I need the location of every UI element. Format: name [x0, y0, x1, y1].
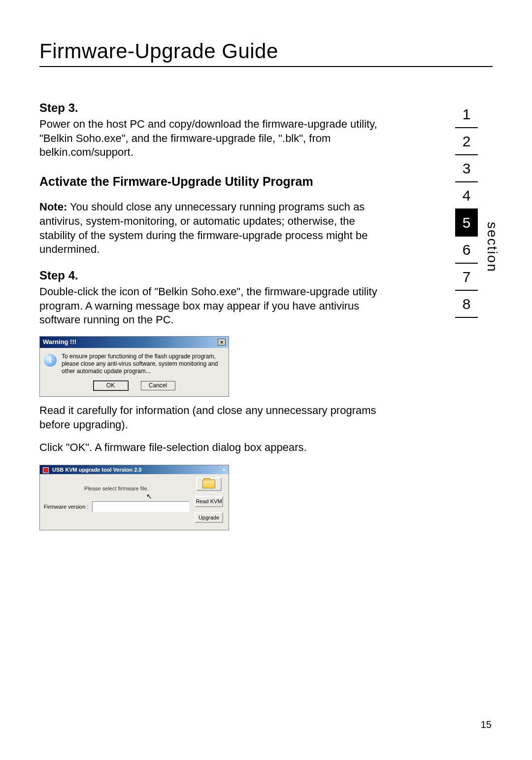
app-icon: [43, 467, 49, 473]
warning-title: Warning !!!: [43, 338, 76, 346]
section-nav-8[interactable]: 8: [455, 291, 478, 318]
section-nav-5[interactable]: 5: [455, 209, 478, 237]
warning-titlebar: Warning !!! ×: [40, 337, 229, 348]
section-nav-7[interactable]: 7: [455, 264, 478, 291]
firmware-version-field[interactable]: ↖: [92, 501, 189, 512]
step4-text: Double-click the icon of "Belkin Soho.ex…: [39, 285, 379, 327]
folder-icon: [202, 480, 215, 488]
browse-button[interactable]: [196, 477, 222, 491]
kvm-title: USB KVM upgrade tool Version 2.0: [52, 467, 142, 473]
activate-heading: Activate the Firmware-Upgrade Utility Pr…: [39, 173, 379, 190]
close-icon[interactable]: ×: [223, 466, 226, 473]
section-nav-1[interactable]: 1: [455, 101, 478, 128]
warning-message: To ensure proper functioning of the flas…: [62, 353, 225, 375]
info-icon: i: [44, 354, 57, 367]
section-label: section: [484, 222, 500, 273]
kvm-prompt: Please select firmware file.: [44, 477, 189, 501]
step3-text: Power on the host PC and copy/download t…: [39, 117, 379, 160]
warning-dialog: Warning !!! × i To ensure proper functio…: [39, 336, 229, 397]
firmware-version-label: Firmware version :: [44, 503, 88, 510]
step4-heading: Step 4.: [39, 268, 379, 283]
close-icon[interactable]: ×: [218, 339, 226, 345]
note-text: You should close any unnecessary running…: [39, 201, 367, 255]
ok-button[interactable]: OK: [94, 381, 128, 391]
section-nav-3[interactable]: 3: [455, 155, 478, 182]
note-label: Note:: [39, 201, 67, 213]
section-nav-2[interactable]: 2: [455, 128, 478, 155]
step3-heading: Step 3.: [39, 100, 379, 115]
upgrade-button[interactable]: Upgrade: [195, 512, 223, 523]
after-warning-text: Read it carefully for information (and c…: [39, 404, 379, 432]
section-nav: 1 2 3 4 5 6 7 8: [455, 101, 478, 318]
cancel-button[interactable]: Cancel: [141, 381, 175, 391]
note-paragraph: Note: You should close any unnecessary r…: [39, 200, 379, 256]
section-nav-4[interactable]: 4: [455, 182, 478, 209]
section-nav-6[interactable]: 6: [455, 237, 478, 264]
page-title: Firmware-Upgrade Guide: [39, 39, 493, 67]
kvm-titlebar: USB KVM upgrade tool Version 2.0 ×: [40, 465, 229, 474]
click-ok-text: Click "OK". A firmware file-selection di…: [39, 441, 379, 455]
cursor-icon: ↖: [146, 492, 152, 501]
read-kvm-button[interactable]: Read KVM: [195, 496, 223, 507]
main-content: Step 3. Power on the host PC and copy/do…: [39, 96, 379, 530]
kvm-dialog: USB KVM upgrade tool Version 2.0 × Pleas…: [39, 465, 229, 530]
page-number: 15: [481, 719, 492, 730]
